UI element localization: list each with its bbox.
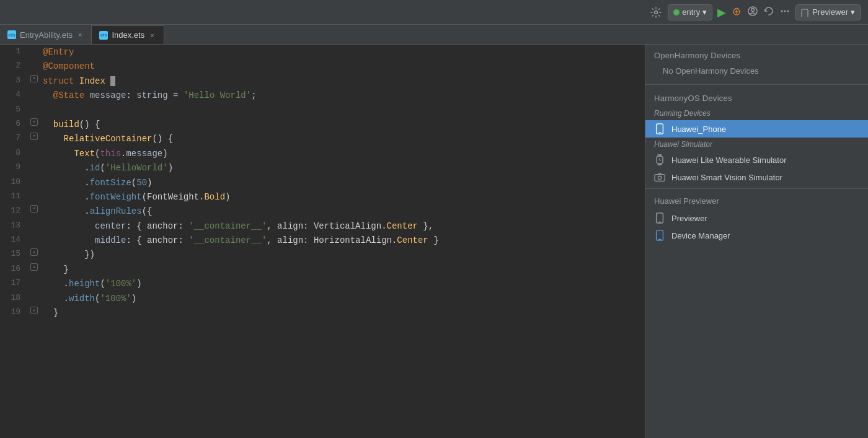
fold-icon-3[interactable]: ▾ [30, 75, 38, 82]
device-label-smart-vision: Huawei Smart Vision Simulator [671, 173, 782, 182]
previewer-phone-icon [654, 212, 665, 224]
gutter-14 [28, 233, 40, 234]
code-line-18: 18 .width('100%') [0, 291, 645, 305]
line-number-5: 5 [0, 103, 28, 116]
code-content-9: .id('HelloWorld') [40, 160, 645, 175]
fold-icon-19[interactable]: ▴ [30, 307, 38, 314]
svg-rect-9 [802, 9, 808, 17]
toolbar: entry ▾ ▶ [0, 0, 868, 25]
line-number-17: 17 [0, 276, 28, 290]
previewer-chevron: ▾ [851, 7, 855, 17]
svg-point-6 [781, 10, 783, 12]
line-number-2: 2 [0, 59, 28, 72]
watch-icon [654, 154, 665, 165]
line-number-10: 10 [0, 175, 28, 189]
code-line-15: 15 ▴ }) [0, 247, 645, 261]
entry-button[interactable]: entry ▾ [668, 4, 712, 20]
device-manager-icon [654, 230, 665, 241]
main-area: 1 @Entry 2 @Component 3 ▾ struct Index 4… [0, 45, 868, 438]
previewer-item-label: Previewer [671, 214, 707, 223]
code-content-17: .height('100%') [40, 276, 645, 291]
line-number-7: 7 [0, 131, 28, 145]
line-number-15: 15 [0, 247, 28, 261]
debug-button[interactable] [731, 6, 742, 19]
tab-entryability[interactable]: ets EntryAbility.ets × [0, 25, 92, 44]
line-number-4: 4 [0, 88, 28, 102]
svg-rect-17 [655, 175, 665, 182]
code-line-5: 5 [0, 103, 645, 117]
code-content-1: @Entry [40, 45, 645, 59]
gutter-9 [28, 160, 40, 162]
gutter-18 [28, 291, 40, 292]
line-number-11: 11 [0, 190, 28, 203]
code-line-17: 17 .height('100%') [0, 276, 645, 291]
device-manager-label: Device Manager [671, 231, 730, 240]
line-number-3: 3 [0, 74, 28, 87]
tab-close-entryability[interactable]: × [76, 30, 84, 39]
huawei-previewer-section-header: Huawei Previewer [645, 191, 868, 209]
gutter-6: ▾ [28, 117, 40, 126]
run-button[interactable]: ▶ [717, 6, 726, 19]
fold-icon-7[interactable]: ▾ [30, 133, 38, 140]
line-number-6: 6 [0, 117, 28, 131]
openharmony-section-header: OpenHarmony Devices [645, 45, 868, 64]
profile-button[interactable] [747, 6, 758, 19]
device-item-lite-wearable[interactable]: Huawei Lite Wearable Simulator [645, 151, 868, 169]
settings-icon[interactable] [649, 6, 663, 19]
svg-point-18 [658, 176, 661, 179]
openharmony-empty-label: No OpenHarmony Devices [645, 64, 868, 82]
entry-label: entry [682, 7, 700, 17]
camera-icon [654, 172, 665, 183]
tabs-bar: ets EntryAbility.ets × ets Index.ets × [0, 25, 868, 45]
device-dropdown-panel: OpenHarmony Devices No OpenHarmony Devic… [645, 45, 868, 438]
device-item-huawei-phone[interactable]: Huawei_Phone [645, 120, 868, 138]
code-line-16: 16 ▴ } [0, 262, 645, 276]
code-content-10: .fontSize(50) [40, 175, 645, 190]
tab-index[interactable]: ets Index.ets × [92, 25, 164, 44]
device-item-smart-vision[interactable]: Huawei Smart Vision Simulator [645, 169, 868, 186]
reload-button[interactable] [763, 6, 774, 19]
code-line-19: 19 ▴ } [0, 305, 645, 320]
device-item-manager[interactable]: Device Manager [645, 227, 868, 244]
code-content-15: }) [40, 247, 645, 261]
line-number-19: 19 [0, 305, 28, 319]
code-content-11: .fontWeight(FontWeight.Bold) [40, 190, 645, 204]
code-line-11: 11 .fontWeight(FontWeight.Bold) [0, 190, 645, 204]
gutter-5 [28, 103, 40, 104]
gutter-7: ▾ [28, 131, 40, 140]
device-item-previewer[interactable]: Previewer [645, 209, 868, 227]
gutter-17 [28, 276, 40, 278]
fold-icon-6[interactable]: ▾ [30, 118, 38, 126]
line-number-18: 18 [0, 291, 28, 305]
tab-close-index[interactable]: × [148, 31, 156, 40]
previewer-button[interactable]: Previewer ▾ [795, 4, 861, 20]
code-content-13: center: { anchor: '__container__', align… [40, 219, 645, 233]
entry-indicator [673, 9, 680, 15]
previewer-label: Previewer [812, 7, 848, 17]
code-content-12: .alignRules({ [40, 204, 645, 218]
device-label-lite-wearable: Huawei Lite Wearable Simulator [671, 155, 786, 165]
line-number-14: 14 [0, 233, 28, 247]
line-number-13: 13 [0, 219, 28, 232]
code-editor[interactable]: 1 @Entry 2 @Component 3 ▾ struct Index 4… [0, 45, 645, 438]
code-content-18: .width('100%') [40, 291, 645, 305]
code-content-2: @Component [40, 59, 645, 73]
gutter-12: ▾ [28, 204, 40, 212]
code-content-7: RelativeContainer() { [40, 131, 645, 146]
code-content-5 [40, 103, 645, 117]
more-button[interactable] [779, 6, 790, 19]
gutter-4 [28, 88, 40, 89]
svg-point-8 [787, 10, 789, 12]
gutter-15: ▴ [28, 247, 40, 256]
gutter-2 [28, 59, 40, 60]
code-line-8: 8 Text(this.message) [0, 146, 645, 160]
fold-icon-12[interactable]: ▾ [30, 205, 38, 212]
code-content-14: middle: { anchor: '__container__', align… [40, 233, 645, 247]
running-devices-label: Running Devices [645, 107, 868, 120]
gutter-1 [28, 45, 40, 46]
fold-icon-16[interactable]: ▴ [30, 263, 38, 271]
tab-icon-entryability: ets [7, 30, 16, 39]
svg-point-0 [655, 11, 658, 14]
fold-icon-15[interactable]: ▴ [30, 248, 38, 256]
tab-label-index: Index.ets [112, 30, 144, 40]
